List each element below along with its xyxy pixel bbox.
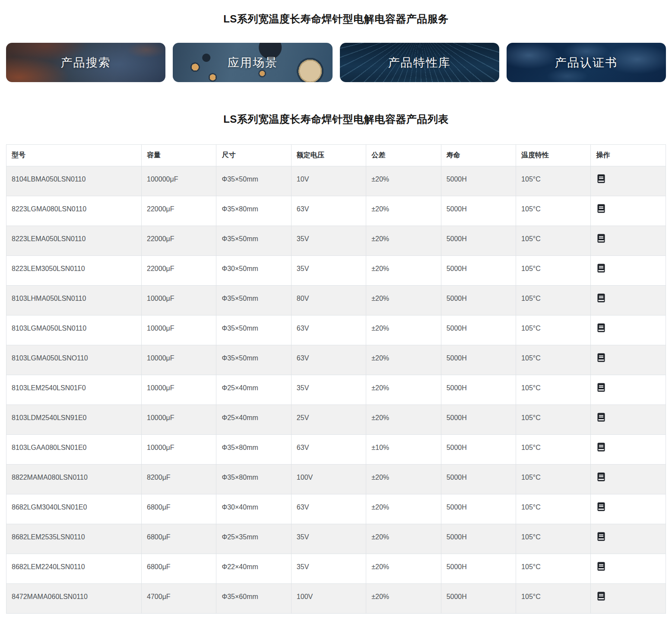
table-row: 8103LEM2540LSN01F010000μFΦ25×40mm35V±20%… bbox=[6, 375, 666, 405]
book-icon bbox=[597, 562, 605, 571]
table-cell: 105°C bbox=[516, 315, 591, 345]
table-cell: 105°C bbox=[516, 584, 591, 614]
table-cell: 5000H bbox=[441, 465, 516, 494]
table-cell: 10000μF bbox=[142, 315, 216, 345]
table-cell: 10000μF bbox=[142, 345, 216, 375]
table-cell: 105°C bbox=[516, 256, 591, 286]
view-datasheet-button[interactable] bbox=[597, 532, 605, 541]
table-row: 8682LEM2535LSN01106800μFΦ25×35mm35V±20%5… bbox=[6, 524, 666, 554]
column-header: 公差 bbox=[366, 145, 441, 166]
view-datasheet-button[interactable] bbox=[597, 413, 605, 422]
table-header-row: 型号容量尺寸额定电压公差寿命温度特性操作 bbox=[6, 145, 666, 166]
view-datasheet-button[interactable] bbox=[597, 234, 605, 243]
nav-card-label: 产品认证书 bbox=[555, 55, 618, 70]
table-cell: ±20% bbox=[366, 166, 441, 196]
table-cell: ±20% bbox=[366, 554, 441, 584]
table-cell: 105°C bbox=[516, 375, 591, 405]
action-cell bbox=[591, 524, 666, 554]
table-row: 8223LEMA050LSN011022000μFΦ35×50mm35V±20%… bbox=[6, 226, 666, 256]
table-cell: 5000H bbox=[441, 315, 516, 345]
view-datasheet-button[interactable] bbox=[597, 502, 605, 511]
table-cell: Φ25×35mm bbox=[216, 524, 291, 554]
table-cell: 5000H bbox=[441, 345, 516, 375]
table-cell: 105°C bbox=[516, 405, 591, 435]
book-icon bbox=[597, 502, 605, 511]
table-cell: 8103LHMA050LSN0110 bbox=[6, 286, 142, 315]
table-cell: 35V bbox=[291, 375, 366, 405]
table-cell: Φ35×80mm bbox=[216, 435, 291, 465]
table-cell: 105°C bbox=[516, 166, 591, 196]
action-cell bbox=[591, 465, 666, 494]
nav-card-product-search[interactable]: 产品搜索 bbox=[6, 43, 165, 82]
table-cell: Φ30×40mm bbox=[216, 494, 291, 524]
table-cell: ±20% bbox=[366, 196, 441, 226]
nav-card-application-scene[interactable]: 应用场景 bbox=[173, 43, 332, 82]
table-row: 8103LGMA050LSN011010000μFΦ35×50mm63V±20%… bbox=[6, 315, 666, 345]
action-cell bbox=[591, 226, 666, 256]
table-cell: 10000μF bbox=[142, 286, 216, 315]
book-icon bbox=[597, 174, 605, 183]
action-cell bbox=[591, 435, 666, 465]
table-cell: 5000H bbox=[441, 256, 516, 286]
view-datasheet-button[interactable] bbox=[597, 174, 605, 183]
view-datasheet-button[interactable] bbox=[597, 353, 605, 362]
table-cell: 8103LGAA080LSN01E0 bbox=[6, 435, 142, 465]
table-row: 8822MAMA080LSN01108200μFΦ35×80mm100V±20%… bbox=[6, 465, 666, 494]
table-cell: 10V bbox=[291, 166, 366, 196]
table-cell: 8104LBMA050LSN0110 bbox=[6, 166, 142, 196]
table-row: 8103LGMA050LSNO11010000μFΦ35×50mm63V±20%… bbox=[6, 345, 666, 375]
view-datasheet-button[interactable] bbox=[597, 323, 605, 332]
table-cell: 5000H bbox=[441, 405, 516, 435]
table-cell: 25V bbox=[291, 405, 366, 435]
table-cell: Φ25×40mm bbox=[216, 405, 291, 435]
action-cell bbox=[591, 405, 666, 435]
table-cell: ±20% bbox=[366, 494, 441, 524]
table-row: 8104LBMA050LSN0110100000μFΦ35×50mm10V±20… bbox=[6, 166, 666, 196]
table-cell: 5000H bbox=[441, 375, 516, 405]
view-datasheet-button[interactable] bbox=[597, 293, 605, 303]
action-cell bbox=[591, 315, 666, 345]
table-cell: 105°C bbox=[516, 345, 591, 375]
table-cell: 22000μF bbox=[142, 256, 216, 286]
book-icon bbox=[597, 264, 605, 273]
table-cell: 100000μF bbox=[142, 166, 216, 196]
table-cell: 105°C bbox=[516, 494, 591, 524]
book-icon bbox=[597, 353, 605, 362]
table-cell: 35V bbox=[291, 554, 366, 584]
view-datasheet-button[interactable] bbox=[597, 472, 605, 481]
table-row: 8223LEM3050LSN011022000μFΦ30×50mm35V±20%… bbox=[6, 256, 666, 286]
book-icon bbox=[597, 472, 605, 481]
view-datasheet-button[interactable] bbox=[597, 443, 605, 452]
table-cell: Φ35×80mm bbox=[216, 196, 291, 226]
table-cell: 5000H bbox=[441, 226, 516, 256]
view-datasheet-button[interactable] bbox=[597, 204, 605, 213]
nav-card-feature-library[interactable]: 产品特性库 bbox=[340, 43, 499, 82]
view-datasheet-button[interactable] bbox=[597, 592, 605, 601]
table-cell: 63V bbox=[291, 494, 366, 524]
view-datasheet-button[interactable] bbox=[597, 264, 605, 273]
table-cell: 8682LEM2240LSN0110 bbox=[6, 554, 142, 584]
action-cell bbox=[591, 584, 666, 614]
view-datasheet-button[interactable] bbox=[597, 383, 605, 392]
table-cell: 8103LEM2540LSN01F0 bbox=[6, 375, 142, 405]
nav-card-certificates[interactable]: 产品认证书 bbox=[507, 43, 666, 82]
table-cell: 8103LGMA050LSNO110 bbox=[6, 345, 142, 375]
table-cell: Φ35×60mm bbox=[216, 584, 291, 614]
table-cell: 8472MAMA060LSN0110 bbox=[6, 584, 142, 614]
table-cell: ±20% bbox=[366, 584, 441, 614]
table-cell: 100V bbox=[291, 584, 366, 614]
table-cell: 8682LEM2535LSN0110 bbox=[6, 524, 142, 554]
book-icon bbox=[597, 413, 605, 422]
column-header: 型号 bbox=[6, 145, 142, 166]
column-header: 尺寸 bbox=[216, 145, 291, 166]
nav-card-label: 产品搜索 bbox=[61, 55, 111, 70]
table-cell: 8822MAMA080LSN0110 bbox=[6, 465, 142, 494]
nav-card-label: 产品特性库 bbox=[388, 55, 451, 70]
book-icon bbox=[597, 234, 605, 243]
table-cell: Φ35×50mm bbox=[216, 166, 291, 196]
view-datasheet-button[interactable] bbox=[597, 562, 605, 571]
book-icon bbox=[597, 532, 605, 541]
nav-card-row: 产品搜索 应用场景 产品特性库 产品认证书 bbox=[6, 43, 666, 82]
table-cell: 5000H bbox=[441, 286, 516, 315]
table-cell: 22000μF bbox=[142, 196, 216, 226]
